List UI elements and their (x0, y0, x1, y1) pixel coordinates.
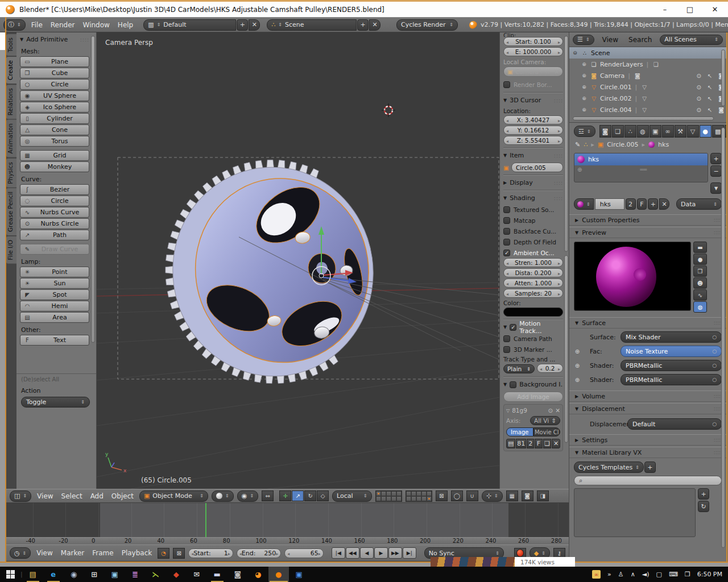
cylinder-button[interactable]: ▯Cylinder (20, 113, 89, 124)
expand-icon[interactable]: ⊕ (581, 84, 588, 90)
opengl-render-anim-button[interactable]: ◨ (537, 490, 549, 501)
lock-to-scene-button[interactable]: ⊠ (436, 490, 448, 501)
library-search-field[interactable]: ⌕ (574, 476, 722, 485)
preview-world-button[interactable]: ◍ (693, 301, 707, 313)
material-library-panel[interactable]: ▼Material Library VX (569, 447, 726, 458)
source-image-toggle[interactable]: Image (506, 427, 533, 436)
expand-socket-icon[interactable]: ⊕ (574, 348, 581, 355)
toolshelf-tab-grease-pencil[interactable]: Grease Pencil (6, 188, 16, 235)
viewport-menu-add[interactable]: Add (88, 492, 106, 500)
firefox-icon[interactable]: ◕ (248, 567, 268, 582)
breadcrumb-material[interactable]: hks (658, 141, 669, 148)
fac-noise-texture-button[interactable]: Noise Texture○ (621, 346, 722, 357)
material-name-field[interactable]: hks (595, 198, 624, 210)
breadcrumb-object[interactable]: Circle.005 (607, 141, 638, 148)
timeline-menu-playback[interactable]: Playback (119, 549, 155, 557)
blender-taskbar-icon[interactable]: ● (268, 567, 289, 582)
toolshelf-tab-tools[interactable]: Tools (6, 34, 16, 56)
properties-tab-scene[interactable]: ∴ (624, 125, 636, 138)
viewport-menu-select[interactable]: Select (59, 492, 85, 500)
eye-toggle-icon[interactable]: ⊙ (697, 107, 701, 113)
torus-button[interactable]: ◎Torus (20, 136, 89, 147)
properties-tab-constraints[interactable]: ∞ (662, 125, 674, 138)
nurbs-circle-button[interactable]: ⊙Nurbs Circle (20, 218, 89, 229)
ao-dista-field[interactable]: ◂Dista: 0.200▸ (503, 268, 563, 277)
eye-toggle-icon[interactable]: ⊙ (697, 84, 701, 90)
jump-prev-keyframe-button[interactable]: ◀◀ (346, 547, 359, 559)
close-button[interactable]: ✕ (710, 5, 720, 14)
unlink-icon[interactable]: ✕ (552, 439, 560, 448)
frame-start-field[interactable]: ◂Start:1▸ (188, 548, 233, 558)
toolshelf-tab-physics[interactable]: Physics (6, 159, 16, 188)
outliner-menu-view[interactable]: View (600, 36, 621, 44)
point-button[interactable]: ✳Point (20, 267, 89, 277)
pivot-align-toggle[interactable]: ⇔ (262, 490, 274, 501)
timeline-menu-frame[interactable]: Frame (90, 549, 115, 557)
microsoft-store-icon[interactable]: ⊞ (84, 567, 105, 582)
expand-icon[interactable]: ⊕ (581, 95, 588, 101)
layer-cell[interactable] (381, 496, 386, 501)
timeline-menu-view[interactable]: View (34, 549, 55, 557)
motion-tracking-panel-header[interactable]: ▼Motion Track... (503, 322, 563, 332)
data-source-dropdown[interactable]: Data⇕ (676, 198, 722, 210)
expand-icon[interactable]: ⊕ (581, 107, 588, 113)
node-app-icon[interactable]: ⋋ (146, 567, 166, 582)
manipulator-translate-button[interactable]: ↗ (292, 490, 304, 501)
eye-toggle-icon[interactable]: ⊙ (697, 95, 701, 102)
maximize-button[interactable]: □ (685, 5, 695, 14)
expand-socket-icon[interactable]: ⊕ (574, 363, 581, 369)
properties-scrollbar[interactable] (721, 127, 725, 548)
play-button[interactable]: ▶ (374, 547, 388, 559)
remove-material-slot-button[interactable]: − (710, 165, 722, 177)
uv-sphere-button[interactable]: ◉UV Sphere (20, 90, 89, 101)
outliner-row-circle-004[interactable]: ⊕▽Circle.004|▽⊙↖◙ (569, 104, 726, 115)
layer-cell[interactable] (381, 491, 386, 496)
outliner-filter-dropdown[interactable]: All Scenes⇕ (660, 35, 723, 45)
source-movie-toggle[interactable]: Movie Cl (533, 427, 561, 436)
manipulator-scale-button[interactable]: ◇ (317, 490, 329, 501)
toolshelf-scrollbar[interactable] (91, 36, 95, 343)
grid-button[interactable]: ▦Grid (20, 150, 89, 161)
layer-cell[interactable] (391, 491, 396, 496)
layer-cell[interactable] (416, 491, 421, 496)
surface-panel[interactable]: ▼Surface (569, 317, 726, 329)
lock-time-button[interactable]: ⊠ (173, 548, 185, 559)
hidden-icons-chevron[interactable]: ∧ (631, 571, 635, 578)
motion-tracking-checkbox[interactable] (510, 324, 516, 331)
monitor-app-icon[interactable]: ▣ (105, 567, 125, 582)
image-count-button[interactable]: 2 (527, 439, 534, 448)
minimize-button[interactable]: – (660, 5, 670, 14)
ao-color-swatch[interactable] (503, 307, 563, 317)
use-preview-range-button[interactable]: ◔ (158, 548, 169, 559)
toolshelf-tab-create[interactable]: Create (6, 57, 16, 84)
eye-icon[interactable]: ⊙ (548, 407, 553, 414)
shading-matcap-toggle[interactable]: Matcap (503, 215, 563, 226)
ico-sphere-button[interactable]: ◈Ico Sphere (20, 102, 89, 113)
snap-element-selector[interactable]: ⊹⇕ (482, 490, 503, 502)
layer-cell[interactable] (421, 491, 427, 496)
properties-tab-modifiers[interactable]: ⚒ (675, 125, 686, 138)
image-browse-icon[interactable]: ▤ (506, 439, 515, 448)
sidebar-scrollbar-lower[interactable] (564, 255, 568, 443)
viewport-menu-view[interactable]: View (35, 492, 55, 500)
item-name-field[interactable]: Circle.005 (511, 163, 563, 172)
editor-type-3dview-button[interactable]: ◫⇕ (10, 490, 31, 502)
new-material-button[interactable]: + (648, 198, 658, 210)
screen-layout-selector[interactable]: ▥⇕Default (143, 19, 236, 31)
creative-cloud-icon[interactable]: ∞ (592, 570, 601, 579)
manipulator-axis-button[interactable]: ✛ (279, 490, 291, 501)
plane-button[interactable]: ▭Plane (20, 56, 89, 67)
preview-panel[interactable]: ▼Preview (569, 227, 726, 238)
add-primitive-panel-header[interactable]: ▼ Add Primitive (20, 35, 89, 44)
viewport-3d[interactable]: x y Camera Persp (65) Circle.005 (97, 32, 499, 489)
properties-editor-selector[interactable]: ☲⇕ (574, 126, 595, 137)
preview-cube-button[interactable]: ❒ (693, 265, 707, 277)
preview-hair-button[interactable]: ∿ (693, 289, 707, 301)
fake-user-button[interactable]: F (535, 439, 542, 448)
axis-dropdown[interactable]: All Vi⇕ (530, 416, 560, 425)
delete-layout-button[interactable]: ✕ (249, 19, 260, 31)
camera-app-icon[interactable]: ◙ (228, 567, 248, 582)
viewport-shading-selector[interactable]: ⇕ (212, 490, 234, 502)
layer-cell[interactable] (406, 496, 411, 501)
properties-tab-render-layers[interactable]: ❏ (612, 125, 624, 138)
